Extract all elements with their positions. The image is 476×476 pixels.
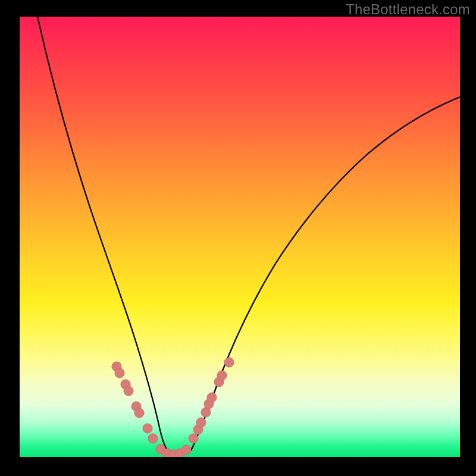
marker [207, 393, 217, 402]
watermark-text: TheBottleneck.com [346, 1, 470, 18]
marker [196, 418, 206, 427]
plot-area [20, 17, 460, 457]
chart-frame: TheBottleneck.com [0, 0, 476, 476]
marker [224, 358, 234, 367]
marker [189, 434, 198, 443]
marker [134, 408, 144, 418]
marker [148, 434, 158, 443]
curve-left-branch [37, 17, 168, 452]
marker-group [112, 358, 234, 457]
marker [181, 445, 191, 455]
marker [124, 386, 133, 396]
marker [115, 368, 124, 378]
curve-right-branch [191, 97, 460, 450]
curve-layer [20, 17, 460, 457]
marker [217, 371, 227, 380]
marker [143, 424, 152, 433]
